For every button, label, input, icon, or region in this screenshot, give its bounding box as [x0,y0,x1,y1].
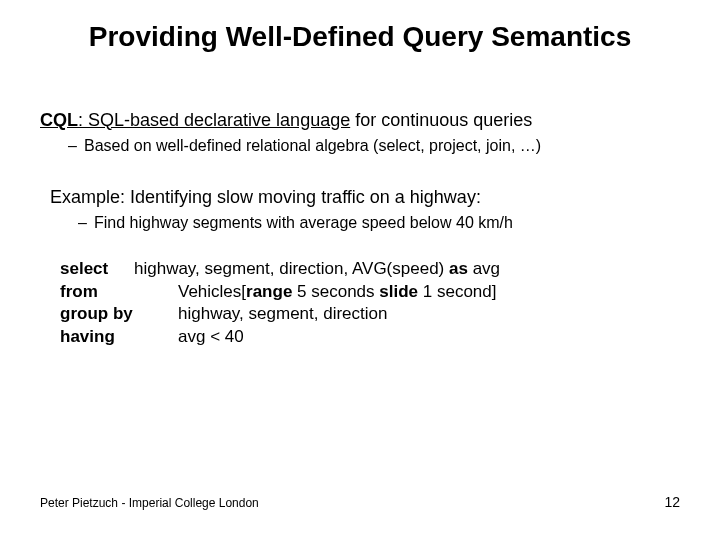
intro-lead-tail: for continuous queries [350,110,532,130]
kw-range: range [246,282,292,301]
intro-bullet: –Based on well-defined relational algebr… [40,137,680,155]
slide: Providing Well-Defined Query Semantics C… [0,0,720,540]
val-having: avg < 40 [178,326,244,349]
kw-from: from [60,281,178,304]
val-select-post: avg [468,259,500,278]
intro-lead-bold: CQL [40,110,78,130]
val-group: highway, segment, direction [178,303,387,326]
intro-bullet-text: Based on well-defined relational algebra… [84,137,541,154]
example-heading: Example: Identifying slow moving traffic… [50,187,680,208]
dash-icon: – [78,214,94,232]
query-block: select highway, segment, direction, AVG(… [60,258,680,350]
intro-lead-rest: : SQL-based declarative language [78,110,350,130]
val-select-pre: highway, segment, direction, AVG(speed) [134,259,449,278]
kw-slide: slide [379,282,418,301]
kw-group: group by [60,303,178,326]
slide-title: Providing Well-Defined Query Semantics [0,0,720,54]
val-from-mid: 5 seconds [292,282,379,301]
query-group-row: group by highway, segment, direction [60,303,680,326]
example-bullet-text: Find highway segments with average speed… [94,214,513,231]
kw-as: as [449,259,468,278]
example-bullet: –Find highway segments with average spee… [40,214,680,232]
footer-author: Peter Pietzuch - Imperial College London [40,496,259,510]
kw-select: select [60,258,134,281]
intro-line: CQL: SQL-based declarative language for … [40,110,680,131]
val-select: highway, segment, direction, AVG(speed) … [134,258,500,281]
dash-icon: – [68,137,84,155]
query-having-row: having avg < 40 [60,326,680,349]
query-from-row: from Vehicles[range 5 seconds slide 1 se… [60,281,680,304]
val-from: Vehicles[range 5 seconds slide 1 second] [178,281,497,304]
query-select-row: select highway, segment, direction, AVG(… [60,258,680,281]
kw-having: having [60,326,178,349]
slide-body: CQL: SQL-based declarative language for … [0,110,720,350]
page-number: 12 [664,494,680,510]
val-from-pre: Vehicles[ [178,282,246,301]
val-from-tail: 1 second] [418,282,496,301]
